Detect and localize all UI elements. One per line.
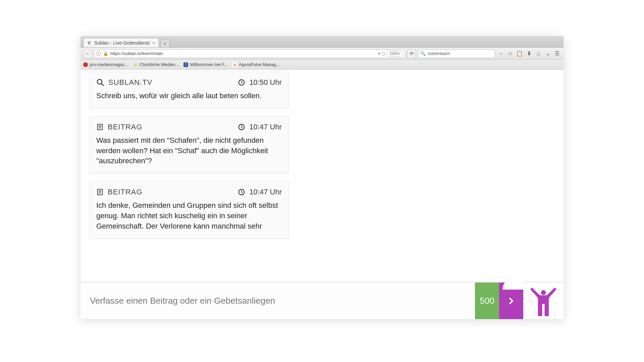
page-content: SUBLAN.TV 10:50 Uhr Schreib uns, wofür w… (80, 70, 564, 319)
card-time: 10:47 Uhr (249, 123, 282, 131)
card-body: Was passiert mit den "Schafen", die nich… (96, 135, 282, 166)
card-label: BEITRAG (108, 123, 143, 131)
zoom-level[interactable]: 200% (386, 51, 403, 57)
reader-icon[interactable]: ▢ (381, 51, 385, 56)
address-bar: ← i 🔒 https://sublan.tv/live/#/main ▾ ▢ … (80, 48, 564, 60)
tab-strip: V Sublan - Live-Gottesdienst × + (80, 36, 564, 48)
compose-input[interactable] (80, 283, 475, 319)
card-body: Ich denke, Gemeinden und Gruppen sind si… (96, 200, 282, 231)
feed-card: BEITRAG 10:47 Uhr Ich denke, Gemeinden u… (89, 181, 289, 238)
info-icon[interactable]: i (96, 51, 101, 56)
star-icon[interactable]: ☆ (506, 50, 514, 57)
bookmarks-bar: pro-medienmagaz... Christliche Medien...… (80, 60, 564, 70)
svg-line-1 (101, 83, 104, 86)
bookmark-label: Willkommen bei F... (190, 62, 228, 67)
home-icon[interactable]: ⌂ (535, 50, 542, 57)
new-tab-button[interactable]: + (160, 39, 170, 47)
card-label: BEITRAG (108, 188, 143, 196)
tab-title: Sublan - Live-Gottesdienst (94, 40, 150, 46)
arrow-right-icon[interactable]: → (497, 50, 504, 57)
zoom-group: ▾ ▢ 200% (378, 51, 403, 57)
menu-icon[interactable]: ☰ (553, 50, 561, 57)
clock-icon (238, 79, 245, 86)
svg-point-0 (97, 79, 102, 84)
card-label: SUBLAN.TV (108, 78, 152, 87)
search-box[interactable]: 🔍 zotzenbach (418, 49, 495, 58)
document-icon (96, 123, 104, 131)
clock-icon (238, 188, 245, 196)
bookmark-icon: a (232, 62, 237, 67)
favicon-icon: V (87, 41, 92, 45)
bookmark-icon (133, 62, 138, 67)
brand-logo (523, 283, 564, 319)
search-text: zotzenbach (428, 51, 450, 56)
search-icon: 🔍 (420, 51, 426, 56)
close-icon[interactable]: × (152, 40, 155, 46)
bookmark-item[interactable]: pro-medienmagaz... (83, 62, 128, 67)
clipboard-icon[interactable]: 📋 (516, 50, 523, 57)
bookmark-label: Christliche Medien... (140, 62, 179, 67)
bookmark-item[interactable]: fWillkommen bei F... (183, 62, 228, 67)
bookmark-icon: f (183, 62, 188, 67)
bookmark-label: pro-medienmagaz... (90, 62, 128, 67)
reload-button[interactable]: ⟳ (407, 49, 416, 58)
back-button[interactable]: ← (83, 49, 92, 58)
feed-card: BEITRAG 10:47 Uhr Was passiert mit den "… (89, 116, 289, 173)
bookmark-icon (83, 62, 88, 67)
feed-column: SUBLAN.TV 10:50 Uhr Schreib uns, wofür w… (80, 70, 298, 319)
char-counter: 500 (475, 283, 499, 319)
logo-background-curve (502, 278, 526, 290)
browser-tab[interactable]: V Sublan - Live-Gottesdienst × (83, 38, 159, 47)
dropdown-icon[interactable]: ▾ (378, 51, 380, 56)
chevron-right-icon (507, 297, 515, 305)
card-time: 10:50 Uhr (249, 78, 282, 87)
url-text: https://sublan.tv/live/#/main (110, 51, 163, 56)
card-body: Schreib uns, wofür wir gleich alle laut … (96, 91, 282, 101)
person-arms-up-icon (528, 286, 558, 316)
clock-icon (238, 123, 245, 131)
composer-bar: 500 (80, 282, 564, 319)
browser-window: V Sublan - Live-Gottesdienst × + ← i 🔒 h… (80, 36, 564, 319)
url-box[interactable]: i 🔒 https://sublan.tv/live/#/main ▾ ▢ 20… (94, 49, 405, 58)
pocket-icon[interactable]: ⌄ (544, 50, 551, 57)
search-icon (96, 78, 104, 86)
bookmark-label: AgoraPulse Manag... (239, 62, 279, 67)
document-icon (96, 188, 104, 196)
feed-card: SUBLAN.TV 10:50 Uhr Schreib uns, wofür w… (89, 72, 289, 108)
download-icon[interactable]: ⬇ (525, 50, 533, 57)
lock-icon: 🔒 (103, 51, 108, 56)
bookmark-item[interactable]: Christliche Medien... (133, 62, 179, 67)
bookmark-item[interactable]: aAgoraPulse Manag... (232, 62, 279, 67)
card-time: 10:47 Uhr (249, 188, 282, 196)
